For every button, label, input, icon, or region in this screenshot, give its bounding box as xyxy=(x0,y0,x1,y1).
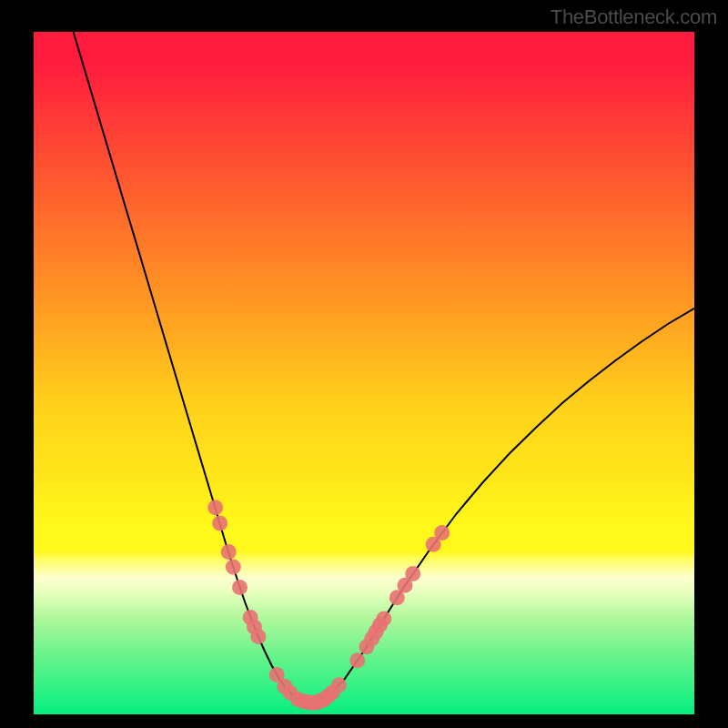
watermark-text: TheBottleneck.com xyxy=(551,5,717,29)
plot-area xyxy=(34,32,694,714)
data-marker xyxy=(221,544,237,560)
data-marker xyxy=(226,560,241,575)
data-marker xyxy=(434,525,450,541)
data-marker xyxy=(349,652,365,668)
plot-svg xyxy=(34,32,694,714)
data-marker xyxy=(331,677,347,693)
data-marker xyxy=(376,612,391,627)
data-marker xyxy=(232,580,248,595)
data-marker xyxy=(250,629,266,644)
data-marker xyxy=(212,516,228,531)
bottleneck-curve xyxy=(74,32,694,703)
data-marker xyxy=(405,566,420,581)
chart-frame: TheBottleneck.com xyxy=(0,0,728,728)
data-marker xyxy=(207,500,223,515)
marker-group xyxy=(207,500,450,711)
